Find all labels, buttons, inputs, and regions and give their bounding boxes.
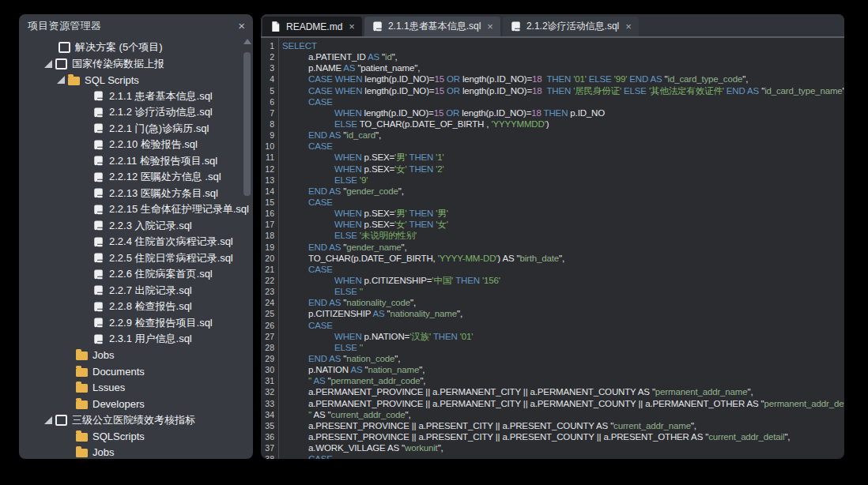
code-line[interactable]: 37a.WORK_VILLAGE AS "workunit", [261,442,844,453]
tree-item[interactable]: 2.2.9 检查报告项目.sql [19,315,253,332]
code-line[interactable]: 8ELSE TO_CHAR(p.DATE_OF_BIRTH , 'YYYYMMD… [261,118,844,130]
expander-icon[interactable] [57,76,65,84]
tree-item-label: 2.2.9 检查报告项目.sql [109,316,213,330]
code-line[interactable]: 11WHEN p.SEX='男' THEN '1' [261,152,844,163]
tree-item[interactable]: 2.2.15 生命体征护理记录单.sql [19,201,253,218]
line-number: 11 [261,152,274,163]
tab[interactable]: README.md× [262,17,362,36]
tree-item[interactable]: 2.2.4 住院首次病程记录.sql [19,234,253,250]
code-line[interactable]: 3p.NAME AS "patient_name", [261,62,844,73]
code-line[interactable]: 34'' AS "current_addr_code", [261,409,844,420]
code-line[interactable]: 10CASE [261,141,844,152]
tree-item[interactable]: 2.2.5 住院日常病程记录.sql [19,250,253,267]
line-number: 30 [261,364,274,375]
code-line[interactable]: 20TO_CHAR(p.DATE_OF_BIRTH, 'YYYY-MM-DD')… [261,253,844,264]
code-text: END AS "id_card", [274,130,381,141]
code-line[interactable]: 25p.CITIZENSHIP AS "nationality_name", [261,308,844,319]
tree-item[interactable]: Jobs [19,445,253,460]
code-line[interactable]: 29END AS "nation_code", [261,353,844,364]
code-line[interactable]: 19END AS "gender_name", [261,242,844,253]
code-text: TO_CHAR(p.DATE_OF_BIRTH, 'YYYY-MM-DD') A… [274,253,564,264]
folder-icon [76,433,88,442]
code-line[interactable]: 15CASE [261,197,844,208]
code-line[interactable]: 7WHEN length(p.ID_NO)=15 OR length(p.ID_… [261,107,844,118]
tree-item[interactable]: 2.2.10 检验报告.sql [19,137,253,153]
tab-close-icon[interactable]: × [487,21,493,32]
tree-item[interactable]: Developers [19,396,253,412]
tree-item-label: 2.2.5 住院日常病程记录.sql [109,251,233,265]
code-line[interactable]: 26CASE [261,320,844,331]
tab-close-icon[interactable]: × [625,21,632,32]
code-line[interactable]: 17WHEN p.SEX='女' THEN '女' [261,219,844,230]
tree-item[interactable]: 2.2.8 检查报告.sql [19,299,253,315]
tree-item[interactable]: 2.2.7 出院记录.sql [19,283,253,299]
tree-item[interactable]: 解决方案 (5个项目) [19,39,253,56]
code-line[interactable]: 16WHEN p.SEX='男' THEN '男' [261,208,844,219]
code-line[interactable]: 38CASE [261,453,844,459]
line-number: 3 [261,62,274,73]
line-number: 17 [261,219,274,230]
code-line[interactable]: 4CASE WHEN length(p.ID_NO)=15 OR length(… [261,73,844,85]
code-line[interactable]: 12WHEN p.SEX='女' THEN '2' [261,164,844,175]
code-line[interactable]: 36a.PRESENT_PROVINCE || a.PRESENT_CITY |… [261,431,844,442]
code-text: a.PERMANENT_PROVINCE || a.PERMANENT_CITY… [274,386,753,397]
close-icon[interactable]: × [238,20,245,32]
code-line[interactable]: 28ELSE '' [261,342,844,353]
tree-item[interactable]: 三级公立医院绩效考核指标 [19,412,253,429]
code-text: WHEN p.SEX='男' THEN '男' [274,208,448,219]
tree-item[interactable]: 国家传染病数据上报 [19,56,253,73]
tree-item[interactable]: 2.2.1 门(急)诊病历.sql [19,121,253,137]
line-number: 5 [261,85,274,96]
tree-item[interactable]: SQLScripts [19,428,253,445]
tree-item[interactable]: 2.2.6 住院病案首页.sql [19,266,253,283]
code-line[interactable]: 5CASE WHEN length(p.ID_NO)=15 OR length(… [261,85,844,96]
line-number: 33 [261,398,274,409]
sidebar-scrollbar[interactable] [243,39,251,456]
tree-item[interactable]: 2.1.2 诊疗活动信息.sql [19,104,253,121]
code-line[interactable]: 14END AS "gender_code", [261,186,844,197]
scrollbar-thumb[interactable] [243,52,251,196]
code-line[interactable]: 6CASE [261,96,844,107]
code-line[interactable]: 22WHEN p.CITIZENSHIP='中国' THEN '156' [261,275,844,286]
line-number: 23 [261,286,274,297]
code-line[interactable]: 35a.PRESENT_PROVINCE || a.PRESENT_CITY |… [261,420,844,431]
tree-item[interactable]: SQL Scripts [19,72,253,88]
sql-file-icon [92,122,104,135]
line-number: 36 [261,431,274,442]
code-text: ELSE '9' [274,175,368,186]
code-line[interactable]: 18ELSE '未说明的性别' [261,230,844,241]
tree-item[interactable]: 2.2.3 入院记录.sql [19,218,253,235]
code-text: END AS "nationality_code", [274,297,416,308]
code-line[interactable]: 24END AS "nationality_code", [261,297,844,308]
code-area[interactable]: 1SELECT2a.PATIENT_ID AS "id",3p.NAME AS … [261,38,844,459]
tab[interactable]: 2.1.2诊疗活动信息.sql× [503,17,639,36]
tab-close-icon[interactable]: × [349,21,355,32]
tree-item[interactable]: Lssues [19,380,253,397]
code-line[interactable]: 23ELSE '' [261,286,844,297]
code-line[interactable]: 27WHEN p.NATION='汉族' THEN '01' [261,331,844,342]
code-text: CASE [274,197,333,208]
code-line[interactable]: 1SELECT [261,40,844,51]
tree-item[interactable]: 2.2.11 检验报告项目.sql [19,153,253,170]
tab[interactable]: 2.1.1患者基本信息.sql× [364,17,500,36]
code-line[interactable]: 33a.PERMANENT_PROVINCE || a.PERMANENT_CI… [261,398,844,409]
code-line[interactable]: 21CASE [261,264,844,275]
line-number: 38 [261,453,274,459]
code-line[interactable]: 31'' AS "permanent_addr_code", [261,375,844,386]
code-line[interactable]: 30p.NATION AS "nation_name", [261,364,844,375]
tree-item-label: 2.2.10 检验报告.sql [109,137,198,152]
scroll-up-icon[interactable] [243,39,251,44]
tree-item[interactable]: 2.1.1 患者基本信息.sql [19,88,253,105]
code-line[interactable]: 2a.PATIENT_ID AS "id", [261,51,844,62]
tree-item[interactable]: Documents [19,363,253,380]
code-line[interactable]: 13ELSE '9' [261,175,844,186]
code-line[interactable]: 9END AS "id_card", [261,130,844,141]
expander-icon[interactable] [44,416,52,424]
tree-item[interactable]: 2.2.12 医嘱处方信息 .sql [19,169,253,186]
tree-item[interactable]: 2.2.13 医嘱处方条目.sql [19,186,253,202]
sql-file-icon [92,300,104,313]
expander-icon[interactable] [44,60,52,68]
code-line[interactable]: 32a.PERMANENT_PROVINCE || a.PERMANENT_CI… [261,386,844,397]
tree-item[interactable]: Jobs [19,348,253,364]
tree-item[interactable]: 2.3.1 用户信息.sql [19,331,253,348]
